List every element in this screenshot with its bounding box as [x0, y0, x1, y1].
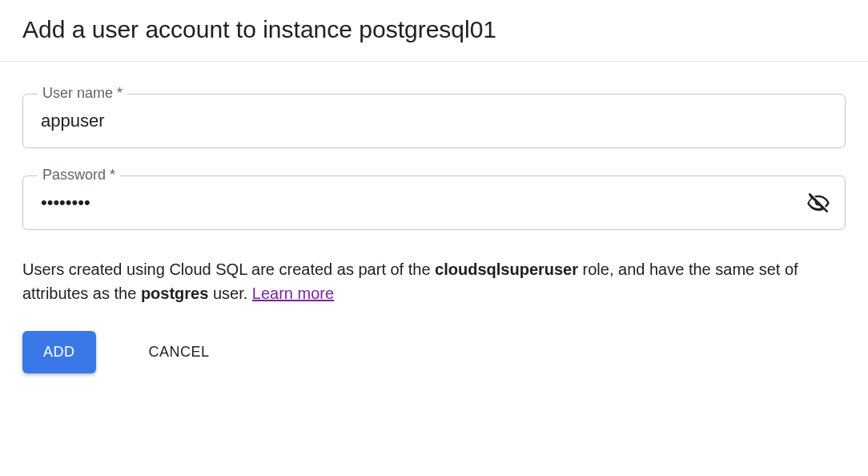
username-field-wrap: User name *: [22, 94, 846, 148]
username-label: User name *: [38, 85, 127, 102]
form-actions: ADD CANCEL: [22, 331, 846, 393]
cancel-button[interactable]: CANCEL: [128, 331, 231, 373]
add-user-form: User name * Password * Users created usi…: [0, 62, 868, 393]
page-title: Add a user account to instance postgresq…: [22, 16, 846, 43]
password-label: Password *: [38, 167, 120, 184]
desc-user-strong: postgres: [141, 284, 208, 302]
visibility-off-icon[interactable]: [802, 187, 834, 219]
learn-more-link[interactable]: Learn more: [252, 284, 334, 302]
desc-role-strong: cloudsqlsuperuser: [435, 260, 578, 278]
header: Add a user account to instance postgresq…: [0, 0, 868, 62]
desc-part3: user.: [208, 284, 251, 302]
desc-part1: Users created using Cloud SQL are create…: [22, 260, 435, 278]
add-button[interactable]: ADD: [22, 331, 96, 373]
description-text: Users created using Cloud SQL are create…: [22, 257, 846, 305]
username-field-outline: User name *: [22, 94, 846, 148]
password-input[interactable]: [39, 192, 802, 214]
password-field-outline: Password *: [22, 175, 846, 230]
password-field-wrap: Password *: [22, 175, 846, 230]
username-input[interactable]: [39, 110, 829, 132]
